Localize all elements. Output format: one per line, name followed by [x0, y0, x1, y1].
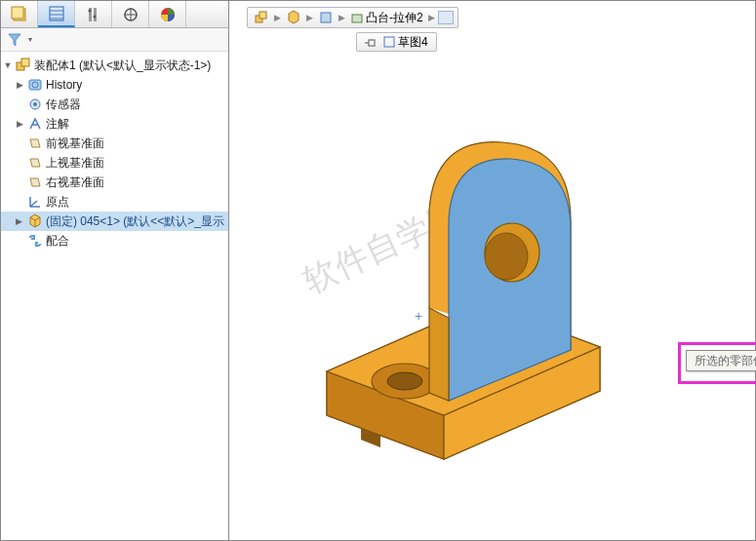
tab-display[interactable] — [112, 1, 149, 27]
bc-sketch[interactable]: 草图4 — [380, 33, 430, 51]
tree-item-right-plane[interactable]: 右视基准面 — [1, 173, 228, 192]
expander-icon[interactable]: ▼ — [3, 60, 13, 70]
tree-item-annotations[interactable]: ▶ 注解 — [1, 114, 228, 134]
svg-rect-30 — [384, 37, 394, 47]
tree-item-front-plane[interactable]: 前视基准面 — [1, 134, 228, 153]
tree-item-label: 注解 — [46, 116, 69, 133]
tree-item-fixed-part[interactable]: ▶ (固定) 045<1> (默认<<默认>_显示 — [1, 212, 228, 231]
bc-feature-label: 凸台-拉伸2 — [366, 10, 423, 26]
tree-item-label: 前视基准面 — [46, 135, 104, 152]
bc-end-marker[interactable] — [438, 11, 454, 24]
tooltip-text: 所选的零部件为固定的，无法被移动。 — [695, 353, 756, 369]
tree-item-label: 配合 — [46, 233, 69, 250]
expander-icon[interactable]: ▶ — [15, 216, 24, 226]
svg-rect-28 — [321, 13, 331, 22]
svg-point-32 — [387, 372, 422, 390]
tree-item-label: (固定) 045<1> (默认<<默认>_显示 — [46, 213, 224, 230]
svg-point-19 — [33, 102, 37, 106]
tree-item-mates[interactable]: 配合 — [1, 231, 228, 251]
expander-icon[interactable]: ▶ — [15, 80, 24, 90]
tree-item-label: 右视基准面 — [46, 174, 104, 191]
bc-part[interactable] — [284, 9, 303, 26]
bc-body[interactable] — [316, 9, 336, 26]
tab-config[interactable] — [1, 1, 38, 27]
tree-item-top-plane[interactable]: 上视基准面 — [1, 153, 228, 173]
graphics-viewport[interactable]: ▶ ▶ ▶ 凸台-拉伸2 ▶ 草图4 软件自学 — [229, 1, 755, 540]
svg-rect-27 — [259, 12, 266, 19]
tree-item-label: History — [46, 78, 82, 92]
origin-icon — [26, 193, 44, 211]
expander-icon[interactable]: ▶ — [15, 119, 24, 129]
link-icon — [363, 35, 377, 49]
tree-item-sensors[interactable]: 传感器 — [1, 95, 228, 114]
svg-point-9 — [93, 15, 96, 18]
filter-icon[interactable] — [7, 32, 22, 48]
tab-property[interactable] — [75, 1, 112, 27]
breadcrumb-sub: 草图4 — [356, 32, 437, 52]
svg-rect-15 — [21, 58, 29, 66]
breadcrumb-bar: ▶ ▶ ▶ 凸台-拉伸2 ▶ — [247, 7, 458, 28]
chevron-right-icon: ▶ — [338, 13, 346, 22]
bc-sketch-label: 草图4 — [398, 34, 428, 51]
mate-icon — [26, 232, 44, 250]
tree-item-label: 上视基准面 — [46, 155, 104, 172]
svg-point-8 — [88, 9, 91, 12]
plane-icon — [26, 174, 44, 191]
dropdown-icon[interactable]: ▾ — [28, 35, 32, 44]
sensor-icon — [26, 96, 44, 113]
status-tooltip: 所选的零部件为固定的，无法被移动。 — [686, 350, 756, 371]
tab-appearance[interactable] — [149, 1, 186, 27]
chevron-right-icon: ▶ — [305, 13, 314, 22]
svg-line-22 — [30, 201, 37, 207]
tree-item-history[interactable]: ▶ History — [1, 75, 228, 95]
tree-item-label: 原点 — [46, 194, 69, 211]
svg-point-34 — [485, 233, 528, 280]
tab-feature-tree[interactable] — [38, 1, 75, 27]
bc-feature[interactable]: 凸台-拉伸2 — [348, 9, 425, 26]
part-icon — [26, 213, 44, 230]
tree-root-label: 装配体1 (默认<默认_显示状态-1>) — [34, 58, 211, 74]
annotation-icon — [26, 115, 44, 133]
chevron-right-icon: ▶ — [427, 13, 436, 22]
model-3d — [278, 89, 649, 479]
svg-rect-7 — [94, 8, 97, 21]
svg-rect-1 — [12, 7, 23, 19]
tree-item-label: 传感器 — [46, 97, 81, 113]
panel-tabs — [1, 1, 228, 28]
plane-icon — [26, 135, 44, 152]
svg-rect-29 — [352, 15, 362, 22]
tree-item-origin[interactable]: 原点 — [1, 192, 228, 212]
tree-root[interactable]: ▼ 装配体1 (默认<默认_显示状态-1>) — [1, 56, 228, 75]
bc-assembly[interactable] — [252, 9, 271, 26]
plane-icon — [26, 154, 44, 172]
history-icon — [26, 76, 44, 94]
chevron-right-icon: ▶ — [273, 13, 282, 22]
assembly-icon — [15, 57, 32, 74]
feature-tree: ▼ 装配体1 (默认<默认_显示状态-1>) ▶ History 传感器 — [1, 52, 228, 540]
filter-toolbar: ▾ — [1, 28, 228, 52]
